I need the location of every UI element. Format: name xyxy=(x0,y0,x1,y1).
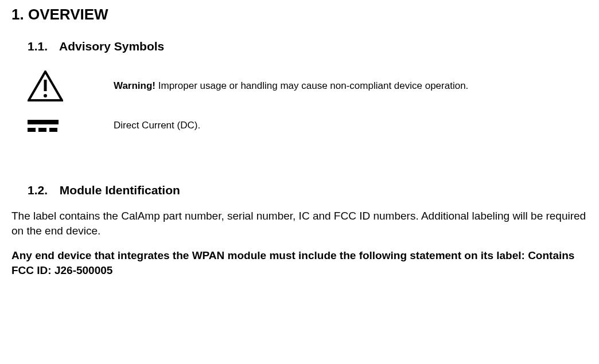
section-number: 1. xyxy=(11,6,24,23)
subsection-heading-1-2: 1.2. Module Identification xyxy=(11,183,588,197)
subsection-heading-1-1: 1.1. Advisory Symbols xyxy=(11,40,588,53)
subsection-number: 1.2. xyxy=(28,183,56,197)
advisory-symbol-warning: Warning! Improper usage or handling may … xyxy=(11,71,588,102)
module-label-description: The label contains the CalAmp part numbe… xyxy=(11,209,588,238)
dc-description: Direct Current (DC). xyxy=(114,120,200,131)
svg-point-2 xyxy=(44,94,47,97)
subsection-title: Advisory Symbols xyxy=(59,40,164,53)
warning-text: Warning! Improper usage or handling may … xyxy=(114,80,468,92)
section-heading-1: 1. OVERVIEW xyxy=(11,6,588,24)
direct-current-icon xyxy=(28,120,114,132)
advisory-symbol-dc: Direct Current (DC). xyxy=(11,119,588,132)
warning-triangle-icon xyxy=(28,71,114,102)
warning-label: Warning! xyxy=(114,80,155,91)
dc-text: Direct Current (DC). xyxy=(114,119,200,132)
subsection-title: Module Identification xyxy=(60,183,180,197)
warning-description: Improper usage or handling may cause non… xyxy=(158,80,469,91)
section-title: OVERVIEW xyxy=(28,6,108,23)
subsection-number: 1.1. xyxy=(28,40,56,53)
module-fcc-statement: Any end device that integrates the WPAN … xyxy=(11,248,588,277)
